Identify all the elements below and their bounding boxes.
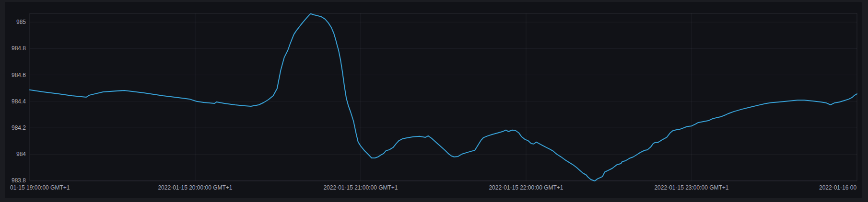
x-axis-tick-label: 2022-01-16 00 bbox=[819, 184, 856, 191]
y-axis-tick-label: 984.4 bbox=[12, 98, 26, 105]
x-axis-tick-label: 2022-01-15 23:00:00 GMT+1 bbox=[654, 184, 728, 191]
plot-area[interactable] bbox=[30, 13, 857, 181]
y-axis-tick-label: 983.8 bbox=[12, 177, 26, 184]
y-axis-tick-label: 984.2 bbox=[12, 124, 26, 131]
y-axis-tick-label: 984.6 bbox=[12, 72, 26, 79]
y-axis-tick-label: 985 bbox=[16, 19, 26, 25]
x-axis-tick-label: 2022-01-15 20:00:00 GMT+1 bbox=[158, 184, 232, 191]
y-axis-tick-label: 984 bbox=[16, 151, 26, 157]
y-axis-tick-label: 984.8 bbox=[12, 45, 26, 52]
x-axis-tick-label: 2022-01-15 22:00:00 GMT+1 bbox=[489, 184, 563, 191]
horizontal-scrollbar-track[interactable] bbox=[0, 198, 868, 202]
x-axis-tick-label: 2022-01-15 21:00:00 GMT+1 bbox=[323, 184, 398, 191]
x-axis-tick-label: 01-15 19:00:00 GMT+1 bbox=[10, 184, 70, 191]
page-root: { "theme": { "page_background": "#1b1c21… bbox=[0, 0, 868, 202]
time-series-chart: 985984.8984.6984.4984.2984983.801-15 19:… bbox=[0, 0, 868, 202]
